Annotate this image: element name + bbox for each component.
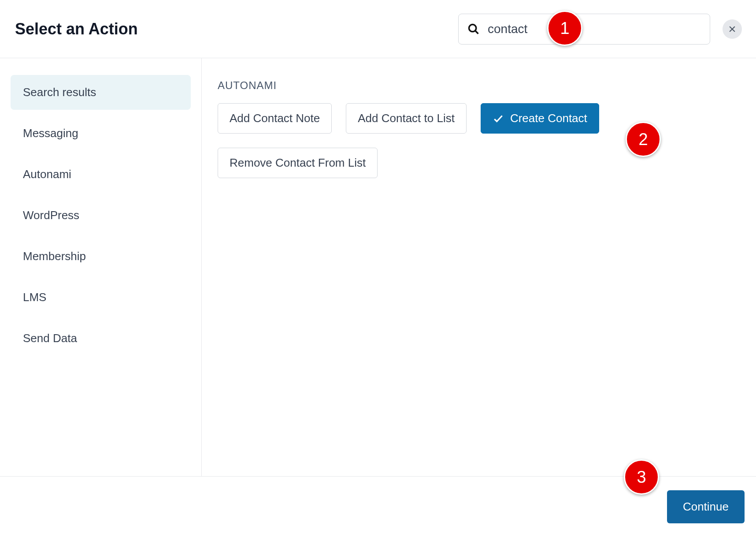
action-label: Add Contact to List <box>358 112 455 125</box>
modal-header: Select an Action <box>0 0 756 58</box>
sidebar-item[interactable]: Membership <box>11 239 191 274</box>
svg-point-0 <box>469 24 476 31</box>
action-label: Remove Contact From List <box>230 156 366 170</box>
search-input[interactable] <box>488 22 701 36</box>
action-label: Create Contact <box>510 112 587 125</box>
sidebar-item[interactable]: Messaging <box>11 116 191 151</box>
annotation-marker: 2 <box>626 122 661 157</box>
modal-body: Search resultsMessagingAutonamiWordPress… <box>0 58 756 476</box>
sidebar-item[interactable]: Search results <box>11 75 191 110</box>
action-option[interactable]: Remove Contact From List <box>218 148 378 178</box>
close-button[interactable] <box>723 19 742 39</box>
close-icon <box>728 25 737 34</box>
search-field-wrap[interactable] <box>458 14 710 45</box>
svg-line-1 <box>475 30 478 34</box>
annotation-marker: 1 <box>547 11 582 46</box>
continue-button[interactable]: Continue <box>667 490 745 523</box>
sidebar-item[interactable]: Autonami <box>11 157 191 192</box>
action-label: Add Contact Note <box>230 112 320 125</box>
actions-panel: AUTONAMI Add Contact NoteAdd Contact to … <box>202 58 756 476</box>
check-icon <box>493 113 504 124</box>
sidebar-item[interactable]: WordPress <box>11 198 191 233</box>
search-icon <box>467 23 480 35</box>
sidebar-item[interactable]: Send Data <box>11 321 191 356</box>
modal-title: Select an Action <box>15 20 138 38</box>
action-list: Add Contact NoteAdd Contact to ListCreat… <box>218 103 740 178</box>
header-controls <box>458 14 742 45</box>
action-option[interactable]: Add Contact Note <box>218 103 332 134</box>
annotation-marker: 3 <box>624 459 659 495</box>
group-label: AUTONAMI <box>218 79 740 92</box>
sidebar-item[interactable]: LMS <box>11 280 191 315</box>
action-option[interactable]: Add Contact to List <box>346 103 467 134</box>
category-sidebar: Search resultsMessagingAutonamiWordPress… <box>0 58 202 476</box>
action-option[interactable]: Create Contact <box>481 103 599 134</box>
